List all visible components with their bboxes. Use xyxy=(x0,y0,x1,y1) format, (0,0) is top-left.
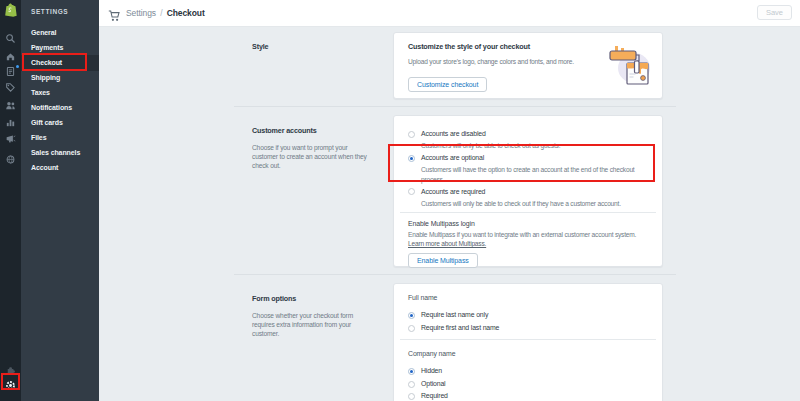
home-icon[interactable] xyxy=(5,48,16,59)
form-options-section-description: Choose whether your checkout form requir… xyxy=(252,311,374,338)
radio-accounts-optional-help: Customers will have the option to create… xyxy=(421,165,649,184)
customize-checkout-button[interactable]: Customize checkout xyxy=(408,77,487,92)
customer-accounts-section-label: Customer accounts xyxy=(252,126,317,135)
radio-button-unselected[interactable] xyxy=(408,393,415,400)
radio-button-unselected[interactable] xyxy=(408,188,415,195)
settings-sidebar-title: SETTINGS xyxy=(31,8,68,15)
section-divider xyxy=(234,106,676,107)
radio-company-hidden[interactable]: Hidden xyxy=(408,366,648,376)
radio-accounts-required[interactable]: Accounts are required xyxy=(408,187,648,197)
radio-accounts-required-help: Customers will only be able to check out… xyxy=(421,199,649,208)
radio-require-last-name-only[interactable]: Require last name only xyxy=(408,310,648,320)
radio-company-required[interactable]: Required xyxy=(408,391,648,401)
breadcrumb: Settings / Checkout xyxy=(126,0,205,27)
breadcrumb-settings-link[interactable]: Settings xyxy=(126,8,156,18)
sidebar-item-sales-channels[interactable]: Sales channels xyxy=(21,145,99,160)
form-options-card: Full name Require last name only Require… xyxy=(393,283,663,401)
cart-icon xyxy=(108,8,121,26)
app-nav-rail xyxy=(0,0,21,401)
customer-accounts-card: Accounts are disabled Customers will onl… xyxy=(393,115,663,267)
paint-roller-illustration xyxy=(607,45,653,93)
sidebar-item-checkout[interactable]: Checkout xyxy=(21,55,99,71)
settings-gear-icon[interactable] xyxy=(5,377,16,388)
style-section-label: Style xyxy=(252,42,268,51)
customer-accounts-section-description: Choose if you want to prompt your custom… xyxy=(252,143,374,170)
radio-accounts-disabled-help: Customers will only be able to check out… xyxy=(421,141,649,150)
radio-company-optional[interactable]: Optional xyxy=(408,379,648,389)
card-divider xyxy=(400,212,656,213)
breadcrumb-separator: / xyxy=(158,8,164,18)
sidebar-item-shipping[interactable]: Shipping xyxy=(21,70,99,85)
shopify-admin-settings-checkout: { "colors": { "shopify_green": "#96bf48"… xyxy=(0,0,800,401)
style-card-description: Upload your store's logo, change colors … xyxy=(408,57,586,66)
radio-button-selected[interactable] xyxy=(408,368,415,375)
style-card: Customize the style of your checkout Upl… xyxy=(393,32,663,99)
sidebar-item-gift-cards[interactable]: Gift cards xyxy=(21,115,99,130)
radio-button-unselected[interactable] xyxy=(408,325,415,332)
company-name-group-title: Company name xyxy=(408,349,648,359)
sidebar-item-notifications[interactable]: Notifications xyxy=(21,100,99,115)
radio-accounts-optional[interactable]: Accounts are optional xyxy=(408,153,648,163)
card-divider xyxy=(400,339,656,340)
orders-notification-dot xyxy=(16,65,19,68)
apps-puzzle-icon[interactable] xyxy=(5,362,16,373)
online-store-globe-icon[interactable] xyxy=(5,151,16,162)
settings-checkout-content: Style Customize the style of your checko… xyxy=(99,27,800,401)
radio-button-selected[interactable] xyxy=(408,155,415,162)
enable-multipass-button[interactable]: Enable Multipass xyxy=(408,253,478,268)
sidebar-item-general[interactable]: General xyxy=(21,25,99,40)
sidebar-item-taxes[interactable]: Taxes xyxy=(21,85,99,100)
sidebar-item-files[interactable]: Files xyxy=(21,130,99,145)
form-options-section-label: Form options xyxy=(252,294,296,303)
section-divider xyxy=(234,274,676,275)
shopify-logo-icon[interactable] xyxy=(4,3,17,17)
settings-sidebar: SETTINGS General Payments Checkout Shipp… xyxy=(21,0,99,401)
products-tag-icon[interactable] xyxy=(5,79,16,90)
full-name-group-title: Full name xyxy=(408,293,648,303)
search-icon[interactable] xyxy=(5,30,16,41)
save-button[interactable]: Save xyxy=(757,5,792,20)
multipass-title: Enable Multipass login xyxy=(408,219,648,229)
multipass-learn-more-link[interactable]: Learn more about Multipass. xyxy=(408,240,486,247)
radio-button-unselected[interactable] xyxy=(408,131,415,138)
radio-accounts-disabled[interactable]: Accounts are disabled xyxy=(408,129,648,139)
radio-button-unselected[interactable] xyxy=(408,381,415,388)
radio-require-first-and-last-name[interactable]: Require first and last name xyxy=(408,323,648,333)
marketing-megaphone-icon[interactable] xyxy=(5,130,16,141)
analytics-icon[interactable] xyxy=(5,114,16,125)
orders-icon[interactable] xyxy=(5,63,16,74)
customers-icon[interactable] xyxy=(5,97,16,108)
radio-button-selected[interactable] xyxy=(408,312,415,319)
sidebar-item-payments[interactable]: Payments xyxy=(21,40,99,55)
sidebar-item-account[interactable]: Account xyxy=(21,160,99,175)
breadcrumb-current-page: Checkout xyxy=(167,8,205,18)
topbar: Settings / Checkout Save xyxy=(99,0,800,27)
multipass-description: Enable Multipass if you want to integrat… xyxy=(408,230,644,249)
